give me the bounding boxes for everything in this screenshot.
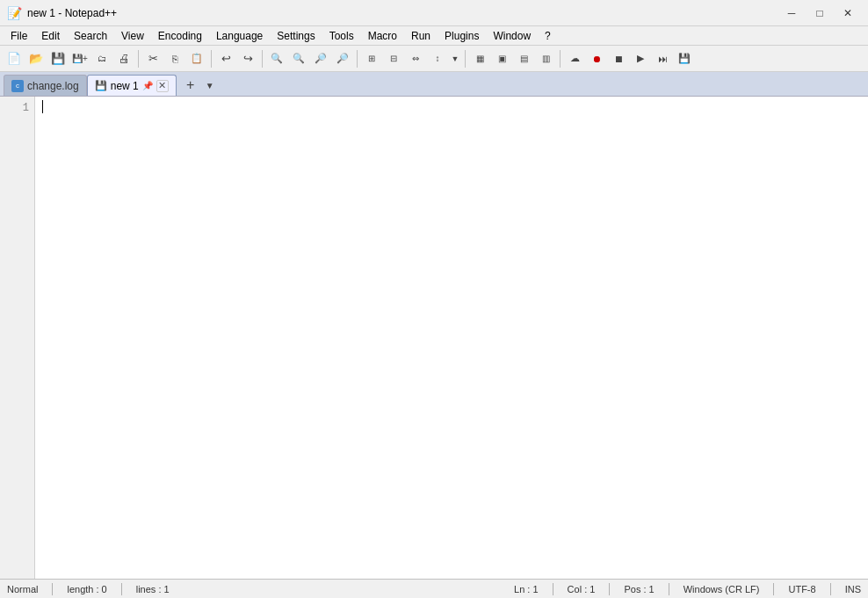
status-ins: INS	[845, 584, 861, 594]
toolbar-save-macro[interactable]: 💾	[674, 48, 695, 69]
title-text: new 1 - Notepad++	[27, 7, 117, 19]
app-icon: 📝	[7, 6, 22, 20]
toolbar-print[interactable]: 🖨	[113, 48, 134, 69]
status-sep7	[830, 583, 831, 595]
status-lines: lines : 1	[136, 584, 170, 594]
toolbar-zoom-out[interactable]: ⊟	[383, 48, 404, 69]
toolbar-sep2	[211, 50, 212, 68]
toolbar-sep3	[262, 50, 263, 68]
tab-new1-label: new 1	[111, 80, 139, 92]
toolbar-play[interactable]: ▶	[630, 48, 651, 69]
editor-container: 1	[0, 97, 868, 579]
toolbar-sep4	[357, 50, 358, 68]
toolbar-close[interactable]: 🗂	[91, 48, 112, 69]
menu-macro[interactable]: Macro	[361, 28, 404, 44]
toolbar-play-multi[interactable]: ⏭	[652, 48, 673, 69]
status-encoding: UTF-8	[788, 584, 815, 594]
status-ln: Ln : 1	[514, 584, 539, 594]
status-sep6	[773, 583, 774, 595]
menu-plugins[interactable]: Plugins	[438, 28, 486, 44]
line-numbers: 1	[0, 97, 35, 579]
tab-new1[interactable]: 💾 new 1 📌 ✕	[87, 75, 177, 96]
menu-search[interactable]: Search	[67, 28, 114, 44]
status-right: Ln : 1 Col : 1 Pos : 1 Windows (CR LF) U…	[514, 583, 861, 595]
status-col: Col : 1	[568, 584, 596, 594]
toolbar-indent[interactable]: ▦	[469, 48, 490, 69]
toolbar: 📄 📂 💾 💾+ 🗂 🖨 ✂ ⎘ 📋 ↩ ↪ 🔍 🔍 🔎 🔎 ⊞ ⊟ ⇔ ↕ ▼…	[0, 46, 868, 72]
menu-help[interactable]: ?	[538, 28, 558, 44]
status-sep5	[669, 583, 669, 595]
menu-tools[interactable]: Tools	[322, 28, 361, 44]
status-length: length : 0	[67, 584, 106, 594]
toolbar-find-replace[interactable]: 🔍	[288, 48, 309, 69]
close-button[interactable]: ✕	[835, 4, 861, 22]
tabs-bar: c change.log 💾 new 1 📌 ✕ + ▼	[0, 72, 868, 97]
status-normal: Normal	[7, 584, 38, 594]
new-tab-button[interactable]: +	[180, 75, 201, 96]
status-pos: Pos : 1	[624, 584, 654, 594]
toolbar-redo[interactable]: ↪	[237, 48, 258, 69]
toolbar-zoom-in[interactable]: ⊞	[361, 48, 382, 69]
menu-language[interactable]: Language	[209, 28, 270, 44]
toolbar-find-next[interactable]: 🔎	[310, 48, 331, 69]
status-sep3	[553, 583, 553, 595]
maximize-button[interactable]: □	[807, 4, 833, 22]
toolbar-comment[interactable]: ▣	[491, 48, 512, 69]
tabs-dropdown-button[interactable]: ▼	[201, 75, 219, 96]
toolbar-sep6	[560, 50, 561, 68]
line-number-1: 1	[5, 100, 29, 116]
menu-settings[interactable]: Settings	[270, 28, 322, 44]
toolbar-sep5	[465, 50, 466, 68]
tab-save-icon: 💾	[95, 80, 107, 91]
toolbar-cut[interactable]: ✂	[142, 48, 163, 69]
menu-window[interactable]: Window	[486, 28, 538, 44]
toolbar-open[interactable]: 📂	[25, 48, 47, 69]
status-sep1	[52, 583, 53, 595]
toolbar-sort-dropdown[interactable]: ▼	[449, 48, 461, 69]
menu-edit[interactable]: Edit	[34, 28, 67, 44]
menu-file[interactable]: File	[4, 28, 34, 44]
minimize-button[interactable]: ─	[778, 4, 805, 22]
tab-changelog[interactable]: c change.log	[4, 75, 87, 96]
toolbar-comment3[interactable]: ▥	[535, 48, 556, 69]
toolbar-copy[interactable]: ⎘	[164, 48, 185, 69]
toolbar-sep1	[138, 50, 139, 68]
title-bar: 📝 new 1 - Notepad++ ─ □ ✕	[0, 0, 868, 26]
tab-changelog-icon: c	[11, 80, 24, 92]
toolbar-stop[interactable]: ⏹	[608, 48, 629, 69]
toolbar-comment2[interactable]: ▤	[513, 48, 534, 69]
menu-encoding[interactable]: Encoding	[151, 28, 209, 44]
editor-content[interactable]	[35, 97, 868, 579]
status-eol: Windows (CR LF)	[684, 584, 760, 594]
cursor-line	[42, 100, 861, 113]
toolbar-undo[interactable]: ↩	[215, 48, 236, 69]
toolbar-paste[interactable]: 📋	[186, 48, 207, 69]
toolbar-save[interactable]: 💾	[47, 48, 69, 69]
toolbar-sort[interactable]: ↕	[427, 48, 448, 69]
menu-run[interactable]: Run	[404, 28, 438, 44]
toolbar-find-prev[interactable]: 🔎	[332, 48, 353, 69]
status-sep4	[609, 583, 610, 595]
menu-bar: File Edit Search View Encoding Language …	[0, 26, 868, 46]
tab-new1-close[interactable]: ✕	[156, 80, 169, 92]
title-controls: ─ □ ✕	[778, 4, 861, 22]
toolbar-new[interactable]: 📄	[4, 48, 25, 69]
toolbar-find[interactable]: 🔍	[266, 48, 287, 69]
status-sep2	[121, 583, 122, 595]
menu-view[interactable]: View	[114, 28, 151, 44]
tab-pin-icon: 📌	[142, 81, 153, 90]
toolbar-cloud[interactable]: ☁	[564, 48, 585, 69]
status-bar: Normal length : 0 lines : 1 Ln : 1 Col :…	[0, 579, 868, 598]
title-left: 📝 new 1 - Notepad++	[7, 6, 117, 20]
toolbar-record[interactable]: ⏺	[586, 48, 607, 69]
toolbar-wrap[interactable]: ⇔	[405, 48, 426, 69]
tab-changelog-label: change.log	[27, 80, 79, 92]
toolbar-save-all[interactable]: 💾+	[69, 48, 90, 69]
text-cursor	[42, 100, 43, 113]
